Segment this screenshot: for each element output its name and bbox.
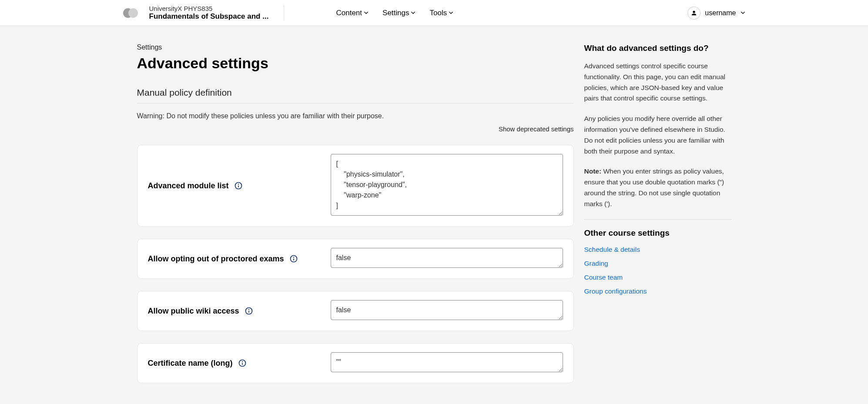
setting-card: Allow public wiki accessfalse — [137, 291, 574, 331]
setting-card: Advanced module list[ "physics-simulator… — [137, 145, 574, 227]
setting-value-input[interactable]: "" — [331, 352, 563, 372]
divider — [584, 219, 731, 220]
sidebar-paragraph: Advanced settings control specific cours… — [584, 61, 731, 104]
setting-value-input[interactable]: false — [331, 248, 563, 268]
setting-value-wrap: false — [331, 248, 563, 270]
svg-point-11 — [241, 361, 242, 362]
setting-label: Certificate name (long) — [148, 359, 233, 368]
setting-value-wrap: "" — [331, 352, 563, 374]
svg-point-5 — [293, 257, 294, 258]
nav-content[interactable]: Content — [336, 9, 369, 17]
sidebar-links: Schedule & detailsGradingCourse teamGrou… — [584, 246, 731, 295]
settings-list: Advanced module list[ "physics-simulator… — [137, 145, 574, 383]
nav-label: Tools — [429, 9, 447, 17]
info-icon[interactable] — [238, 359, 247, 367]
chevron-down-icon — [364, 10, 369, 15]
setting-value-wrap: false — [331, 300, 563, 322]
chevron-down-icon — [741, 10, 745, 15]
svg-rect-6 — [293, 258, 294, 260]
sidebar-note: Note: When you enter strings as policy v… — [584, 166, 731, 209]
setting-card: Certificate name (long)"" — [137, 343, 574, 383]
info-icon[interactable] — [245, 307, 253, 315]
nav-label: Settings — [382, 9, 409, 17]
nav-label: Content — [336, 9, 362, 17]
chevron-down-icon — [449, 10, 453, 15]
note-text: When you enter strings as policy values,… — [584, 167, 724, 207]
user-avatar-icon — [687, 7, 700, 20]
setting-label: Advanced module list — [148, 181, 229, 190]
sidebar-link[interactable]: Grading — [584, 260, 731, 267]
page-title: Advanced settings — [137, 55, 574, 72]
note-label: Note: — [584, 167, 602, 175]
setting-label-wrap: Advanced module list — [148, 181, 322, 190]
setting-label-wrap: Allow public wiki access — [148, 307, 322, 316]
username-label: username — [705, 9, 736, 17]
info-icon[interactable] — [234, 181, 243, 190]
info-icon[interactable] — [289, 254, 298, 263]
nav-tools[interactable]: Tools — [429, 9, 453, 17]
sidebar-link[interactable]: Group configurations — [584, 287, 731, 295]
course-info[interactable]: UniversityX PHYS835 Fundamentals of Subs… — [149, 5, 284, 21]
nav-settings[interactable]: Settings — [382, 9, 416, 17]
sidebar-paragraph: Any policies you modify here override al… — [584, 114, 731, 157]
setting-card: Allow opting out of proctored examsfalse — [137, 239, 574, 279]
setting-value-input[interactable]: false — [331, 300, 563, 320]
setting-label-wrap: Certificate name (long) — [148, 359, 322, 368]
course-title: Fundamentals of Subspace and ... — [149, 12, 271, 21]
brand-logo[interactable] — [123, 8, 139, 18]
top-navbar: UniversityX PHYS835 Fundamentals of Subs… — [0, 0, 868, 26]
sidebar-link[interactable]: Schedule & details — [584, 246, 731, 254]
setting-label: Allow public wiki access — [148, 307, 239, 316]
logo-icon — [123, 8, 139, 18]
svg-rect-3 — [238, 185, 239, 187]
breadcrumb: Settings — [137, 43, 574, 51]
setting-value-input[interactable]: [ "physics-simulator", "tensor-playgroun… — [331, 154, 563, 216]
main-nav: Content Settings Tools — [336, 9, 454, 17]
svg-point-0 — [693, 10, 695, 13]
svg-point-2 — [238, 184, 238, 185]
svg-rect-12 — [242, 363, 243, 365]
sidebar-link[interactable]: Course team — [584, 274, 731, 281]
svg-rect-9 — [248, 311, 249, 313]
show-deprecated-link[interactable]: Show deprecated settings — [137, 125, 574, 133]
setting-value-wrap: [ "physics-simulator", "tensor-playgroun… — [331, 154, 563, 217]
course-org: UniversityX PHYS835 — [149, 5, 271, 12]
section-heading: Manual policy definition — [137, 87, 574, 104]
chevron-down-icon — [411, 10, 416, 15]
setting-label: Allow opting out of proctored exams — [148, 254, 284, 264]
svg-point-8 — [248, 309, 249, 310]
sidebar-heading: Other course settings — [584, 228, 731, 238]
warning-text: Warning: Do not modify these policies un… — [137, 112, 574, 120]
help-sidebar: What do advanced settings do? Advanced s… — [584, 43, 731, 395]
setting-label-wrap: Allow opting out of proctored exams — [148, 254, 322, 264]
sidebar-heading: What do advanced settings do? — [584, 43, 731, 53]
user-menu[interactable]: username — [687, 7, 745, 20]
